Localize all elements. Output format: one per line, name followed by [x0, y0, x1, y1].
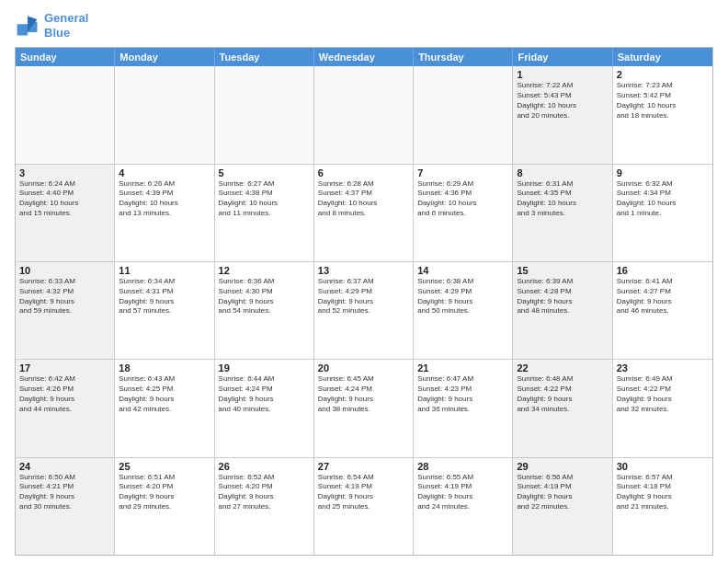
weekday-header: Wednesday: [314, 48, 414, 66]
day-info: Sunrise: 6:28 AM Sunset: 4:37 PM Dayligh…: [318, 179, 409, 219]
calendar-cell: 21Sunrise: 6:47 AM Sunset: 4:23 PM Dayli…: [414, 360, 513, 456]
calendar-cell: 26Sunrise: 6:52 AM Sunset: 4:20 PM Dayli…: [215, 458, 314, 555]
calendar-row: 10Sunrise: 6:33 AM Sunset: 4:32 PM Dayli…: [16, 262, 712, 360]
calendar-cell: [414, 66, 513, 163]
day-number: 27: [318, 461, 409, 472]
calendar-cell: 13Sunrise: 6:37 AM Sunset: 4:29 PM Dayli…: [314, 262, 414, 359]
calendar-cell: 29Sunrise: 6:56 AM Sunset: 4:19 PM Dayli…: [513, 458, 612, 555]
calendar-cell: 6Sunrise: 6:28 AM Sunset: 4:37 PM Daylig…: [314, 165, 414, 261]
day-info: Sunrise: 6:41 AM Sunset: 4:27 PM Dayligh…: [617, 277, 709, 316]
day-number: 10: [19, 265, 110, 276]
calendar-cell: 27Sunrise: 6:54 AM Sunset: 4:19 PM Dayli…: [314, 458, 414, 555]
day-number: 9: [617, 167, 709, 178]
weekday-header: Saturday: [613, 48, 712, 66]
day-number: 7: [417, 167, 508, 178]
day-number: 29: [517, 461, 608, 472]
calendar-cell: 10Sunrise: 6:33 AM Sunset: 4:32 PM Dayli…: [16, 262, 115, 359]
day-info: Sunrise: 6:55 AM Sunset: 4:19 PM Dayligh…: [417, 473, 508, 512]
day-number: 19: [219, 362, 310, 373]
day-number: 21: [417, 362, 508, 373]
day-info: Sunrise: 6:57 AM Sunset: 4:18 PM Dayligh…: [617, 473, 709, 512]
calendar-cell: 30Sunrise: 6:57 AM Sunset: 4:18 PM Dayli…: [613, 458, 712, 555]
calendar-cell: [314, 66, 414, 163]
calendar-cell: 7Sunrise: 6:29 AM Sunset: 4:36 PM Daylig…: [414, 165, 513, 261]
calendar-cell: 2Sunrise: 7:23 AM Sunset: 5:42 PM Daylig…: [613, 66, 712, 163]
calendar-row: 17Sunrise: 6:42 AM Sunset: 4:26 PM Dayli…: [16, 360, 712, 457]
day-number: 18: [119, 362, 210, 373]
calendar-cell: 5Sunrise: 6:27 AM Sunset: 4:38 PM Daylig…: [215, 165, 314, 261]
calendar-cell: 25Sunrise: 6:51 AM Sunset: 4:20 PM Dayli…: [115, 458, 214, 555]
day-info: Sunrise: 6:51 AM Sunset: 4:20 PM Dayligh…: [119, 473, 210, 512]
calendar-cell: [16, 66, 115, 163]
day-number: 24: [19, 461, 110, 472]
day-number: 6: [318, 167, 409, 178]
day-number: 15: [517, 265, 608, 276]
calendar-cell: 8Sunrise: 6:31 AM Sunset: 4:35 PM Daylig…: [513, 165, 612, 261]
day-number: 14: [417, 265, 508, 276]
day-number: 11: [119, 265, 210, 276]
day-info: Sunrise: 6:26 AM Sunset: 4:39 PM Dayligh…: [119, 179, 210, 219]
day-info: Sunrise: 6:36 AM Sunset: 4:30 PM Dayligh…: [219, 277, 310, 316]
day-number: 12: [219, 265, 310, 276]
day-info: Sunrise: 6:32 AM Sunset: 4:34 PM Dayligh…: [617, 179, 709, 219]
day-number: 20: [318, 362, 409, 373]
day-number: 2: [617, 69, 709, 80]
day-info: Sunrise: 6:42 AM Sunset: 4:26 PM Dayligh…: [19, 374, 110, 414]
day-info: Sunrise: 6:54 AM Sunset: 4:19 PM Dayligh…: [318, 473, 409, 512]
day-number: 17: [19, 362, 110, 373]
logo: General Blue: [15, 11, 88, 40]
day-number: 22: [517, 362, 608, 373]
day-number: 5: [219, 167, 310, 178]
day-info: Sunrise: 6:27 AM Sunset: 4:38 PM Dayligh…: [219, 179, 310, 219]
day-number: 23: [617, 362, 709, 373]
calendar-cell: [215, 66, 314, 163]
calendar-row: 1Sunrise: 7:22 AM Sunset: 5:43 PM Daylig…: [16, 66, 712, 164]
day-info: Sunrise: 6:24 AM Sunset: 4:40 PM Dayligh…: [19, 179, 110, 219]
day-info: Sunrise: 7:22 AM Sunset: 5:43 PM Dayligh…: [517, 81, 608, 121]
calendar-header: SundayMondayTuesdayWednesdayThursdayFrid…: [16, 48, 712, 66]
calendar-cell: 4Sunrise: 6:26 AM Sunset: 4:39 PM Daylig…: [115, 165, 214, 261]
day-info: Sunrise: 6:39 AM Sunset: 4:28 PM Dayligh…: [517, 277, 608, 316]
calendar-cell: 3Sunrise: 6:24 AM Sunset: 4:40 PM Daylig…: [16, 165, 115, 261]
calendar-cell: 23Sunrise: 6:49 AM Sunset: 4:22 PM Dayli…: [613, 360, 712, 456]
day-info: Sunrise: 7:23 AM Sunset: 5:42 PM Dayligh…: [617, 81, 709, 121]
day-number: 1: [517, 69, 608, 80]
day-info: Sunrise: 6:56 AM Sunset: 4:19 PM Dayligh…: [517, 473, 608, 512]
calendar-row: 3Sunrise: 6:24 AM Sunset: 4:40 PM Daylig…: [16, 165, 712, 262]
day-info: Sunrise: 6:50 AM Sunset: 4:21 PM Dayligh…: [19, 473, 110, 512]
calendar-cell: 19Sunrise: 6:44 AM Sunset: 4:24 PM Dayli…: [215, 360, 314, 456]
calendar-cell: 14Sunrise: 6:38 AM Sunset: 4:29 PM Dayli…: [414, 262, 513, 359]
logo-icon: [15, 13, 40, 39]
day-info: Sunrise: 6:29 AM Sunset: 4:36 PM Dayligh…: [417, 179, 508, 219]
day-number: 13: [318, 265, 409, 276]
day-info: Sunrise: 6:49 AM Sunset: 4:22 PM Dayligh…: [617, 374, 709, 414]
calendar-cell: 24Sunrise: 6:50 AM Sunset: 4:21 PM Dayli…: [16, 458, 115, 555]
calendar: SundayMondayTuesdayWednesdayThursdayFrid…: [15, 47, 713, 556]
day-info: Sunrise: 6:44 AM Sunset: 4:24 PM Dayligh…: [219, 374, 310, 414]
calendar-cell: 28Sunrise: 6:55 AM Sunset: 4:19 PM Dayli…: [414, 458, 513, 555]
calendar-cell: [115, 66, 214, 163]
calendar-cell: 15Sunrise: 6:39 AM Sunset: 4:28 PM Dayli…: [513, 262, 612, 359]
weekday-header: Sunday: [16, 48, 115, 66]
day-number: 25: [119, 461, 210, 472]
calendar-cell: 18Sunrise: 6:43 AM Sunset: 4:25 PM Dayli…: [115, 360, 214, 456]
day-number: 4: [119, 167, 210, 178]
page-header: General Blue: [15, 11, 713, 40]
calendar-cell: 20Sunrise: 6:45 AM Sunset: 4:24 PM Dayli…: [314, 360, 414, 456]
calendar-row: 24Sunrise: 6:50 AM Sunset: 4:21 PM Dayli…: [16, 458, 712, 555]
calendar-cell: 22Sunrise: 6:48 AM Sunset: 4:22 PM Dayli…: [513, 360, 612, 456]
day-number: 8: [517, 167, 608, 178]
day-number: 30: [617, 461, 709, 472]
day-info: Sunrise: 6:31 AM Sunset: 4:35 PM Dayligh…: [517, 179, 608, 219]
weekday-header: Monday: [115, 48, 214, 66]
weekday-header: Friday: [513, 48, 612, 66]
calendar-cell: 11Sunrise: 6:34 AM Sunset: 4:31 PM Dayli…: [115, 262, 214, 359]
day-info: Sunrise: 6:37 AM Sunset: 4:29 PM Dayligh…: [318, 277, 409, 316]
day-info: Sunrise: 6:34 AM Sunset: 4:31 PM Dayligh…: [119, 277, 210, 316]
calendar-cell: 9Sunrise: 6:32 AM Sunset: 4:34 PM Daylig…: [613, 165, 712, 261]
day-number: 28: [417, 461, 508, 472]
day-info: Sunrise: 6:52 AM Sunset: 4:20 PM Dayligh…: [219, 473, 310, 512]
calendar-body: 1Sunrise: 7:22 AM Sunset: 5:43 PM Daylig…: [16, 66, 712, 555]
logo-text: General Blue: [44, 11, 88, 40]
day-info: Sunrise: 6:47 AM Sunset: 4:23 PM Dayligh…: [417, 374, 508, 414]
